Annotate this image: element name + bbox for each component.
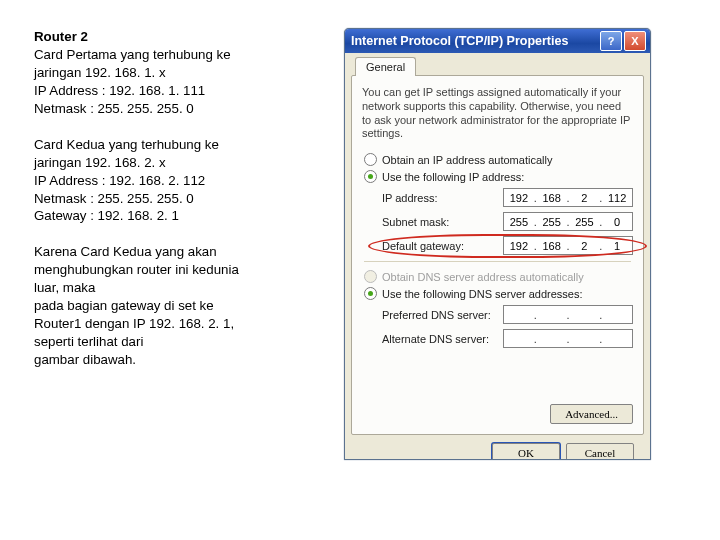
- titlebar-help-button[interactable]: ?: [600, 31, 622, 51]
- titlebar[interactable]: Internet Protocol (TCP/IP) Properties ? …: [345, 29, 650, 53]
- ip-oct-4[interactable]: [602, 191, 632, 205]
- label-subnet-mask: Subnet mask:: [382, 216, 503, 228]
- preferred-dns-input[interactable]: . . .: [503, 305, 633, 324]
- dns2-oct-1[interactable]: [504, 332, 534, 346]
- mask-oct-3[interactable]: [570, 215, 600, 229]
- label-alternate-dns: Alternate DNS server:: [382, 333, 503, 345]
- ip-address-input[interactable]: . . .: [503, 188, 633, 207]
- label-preferred-dns: Preferred DNS server:: [382, 309, 503, 321]
- mask-oct-2[interactable]: [537, 215, 567, 229]
- text: seperti terlihat dari: [34, 334, 143, 349]
- gw-oct-1[interactable]: [504, 239, 534, 253]
- text: Netmask : 255. 255. 255. 0: [34, 101, 194, 116]
- paragraph-3: Karena Card Kedua yang akan menghubungka…: [34, 243, 334, 369]
- text: IP Address : 192. 168. 1. 111: [34, 83, 205, 98]
- radio-auto-ip[interactable]: Obtain an IP address automatically: [364, 153, 633, 166]
- dns1-oct-1[interactable]: [504, 308, 534, 322]
- separator: [364, 261, 631, 262]
- radio-icon: [364, 170, 377, 183]
- paragraph-2: Card Kedua yang terhubung ke jaringan 19…: [34, 136, 334, 226]
- advanced-area: Advanced...: [550, 404, 633, 424]
- general-panel: You can get IP settings assigned automat…: [351, 75, 644, 435]
- radio-label: Use the following IP address:: [382, 171, 524, 183]
- radio-label: Obtain DNS server address automatically: [382, 271, 584, 283]
- text: gambar dibawah.: [34, 352, 136, 367]
- dns2-oct-4[interactable]: [602, 332, 632, 346]
- description-text: You can get IP settings assigned automat…: [362, 86, 633, 141]
- row-alternate-dns: Alternate DNS server: . . .: [382, 329, 633, 348]
- text: IP Address : 192. 168. 2. 112: [34, 173, 205, 188]
- row-default-gateway: Default gateway: . . .: [382, 236, 633, 255]
- ok-button[interactable]: OK: [492, 443, 560, 460]
- gw-oct-2[interactable]: [537, 239, 567, 253]
- dns1-oct-2[interactable]: [537, 308, 567, 322]
- text: jaringan 192. 168. 1. x: [34, 65, 166, 80]
- router-title: Router 2: [34, 29, 88, 44]
- gw-oct-4[interactable]: [602, 239, 632, 253]
- radio-auto-dns: Obtain DNS server address automatically: [364, 270, 633, 283]
- advanced-button[interactable]: Advanced...: [550, 404, 633, 424]
- mask-oct-1[interactable]: [504, 215, 534, 229]
- radio-label: Obtain an IP address automatically: [382, 154, 552, 166]
- label-default-gateway: Default gateway:: [382, 240, 503, 252]
- window-title: Internet Protocol (TCP/IP) Properties: [351, 34, 598, 48]
- dialog-body: General You can get IP settings assigned…: [345, 53, 650, 460]
- text: Card Pertama yang terhubung ke: [34, 47, 231, 62]
- radio-icon: [364, 287, 377, 300]
- radio-icon: [364, 270, 377, 283]
- gw-oct-3[interactable]: [570, 239, 600, 253]
- row-ip-address: IP address: . . .: [382, 188, 633, 207]
- text: Netmask : 255. 255. 255. 0: [34, 191, 194, 206]
- ip-oct-1[interactable]: [504, 191, 534, 205]
- ip-oct-3[interactable]: [570, 191, 600, 205]
- text: Router1 dengan IP 192. 168. 2. 1,: [34, 316, 234, 331]
- default-gateway-input[interactable]: . . .: [503, 236, 633, 255]
- paragraph-1: Router 2 Card Pertama yang terhubung ke …: [34, 28, 334, 118]
- dialog-footer: OK Cancel: [351, 435, 644, 460]
- mask-oct-4[interactable]: [602, 215, 632, 229]
- radio-icon: [364, 153, 377, 166]
- tab-general[interactable]: General: [355, 57, 416, 76]
- text: Karena Card Kedua yang akan: [34, 244, 217, 259]
- row-subnet-mask: Subnet mask: . . .: [382, 212, 633, 231]
- radio-label: Use the following DNS server addresses:: [382, 288, 583, 300]
- article-text: Router 2 Card Pertama yang terhubung ke …: [34, 28, 334, 540]
- dns2-oct-3[interactable]: [570, 332, 600, 346]
- radio-manual-ip[interactable]: Use the following IP address:: [364, 170, 633, 183]
- cancel-button[interactable]: Cancel: [566, 443, 634, 460]
- titlebar-close-button[interactable]: X: [624, 31, 646, 51]
- dns1-oct-4[interactable]: [602, 308, 632, 322]
- row-preferred-dns: Preferred DNS server: . . .: [382, 305, 633, 324]
- page: Router 2 Card Pertama yang terhubung ke …: [0, 0, 720, 540]
- label-ip-address: IP address:: [382, 192, 503, 204]
- dns1-oct-3[interactable]: [570, 308, 600, 322]
- subnet-mask-input[interactable]: . . .: [503, 212, 633, 231]
- text: pada bagian gateway di set ke: [34, 298, 214, 313]
- dns2-oct-2[interactable]: [537, 332, 567, 346]
- text: luar, maka: [34, 280, 95, 295]
- tcpip-properties-window: Internet Protocol (TCP/IP) Properties ? …: [344, 28, 651, 460]
- text: jaringan 192. 168. 2. x: [34, 155, 166, 170]
- alternate-dns-input[interactable]: . . .: [503, 329, 633, 348]
- ip-oct-2[interactable]: [537, 191, 567, 205]
- radio-manual-dns[interactable]: Use the following DNS server addresses:: [364, 287, 633, 300]
- text: menghubungkan router ini kedunia: [34, 262, 239, 277]
- text: Gateway : 192. 168. 2. 1: [34, 208, 179, 223]
- text: Card Kedua yang terhubung ke: [34, 137, 219, 152]
